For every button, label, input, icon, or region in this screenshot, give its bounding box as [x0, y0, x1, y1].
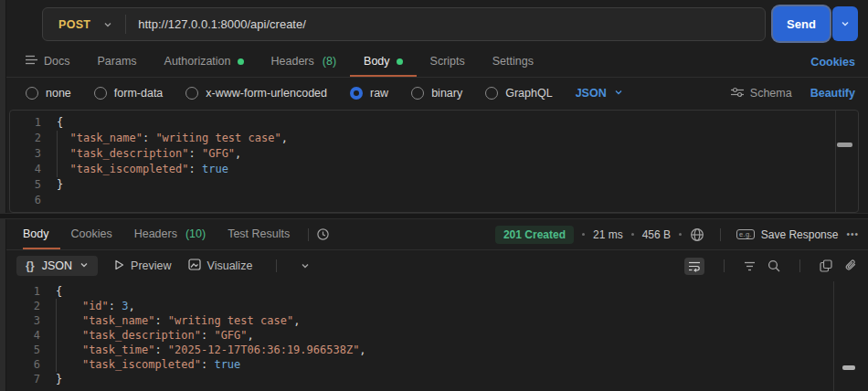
code-line: 1{	[9, 284, 859, 299]
mode-raw[interactable]: raw	[350, 87, 388, 100]
scrollbar-thumb[interactable]	[842, 365, 855, 370]
scrollbar-track	[835, 111, 836, 212]
visualize-button[interactable]: Visualize	[188, 259, 253, 273]
response-meta: 201 Created 21 ms 456 B e.g. Save Respon…	[495, 219, 859, 249]
line-number: 1	[10, 115, 41, 131]
copy-icon[interactable]	[820, 259, 832, 272]
code-line: 3 "task_name": "writing test case",	[9, 313, 859, 328]
wrap-text-icon[interactable]	[684, 258, 704, 275]
code-line: 4 "task_description": "GFG",	[9, 328, 859, 343]
line-number: 2	[9, 299, 40, 313]
divider	[799, 259, 800, 272]
save-example-icon: e.g.	[736, 229, 755, 240]
code-line: 5}	[10, 177, 858, 193]
code-line: 6 "task_iscompleted": true	[9, 357, 859, 372]
tab-headers[interactable]: Headers (8)	[258, 48, 351, 77]
line-number: 7	[9, 372, 40, 386]
mode-none[interactable]: none	[26, 87, 71, 100]
dot-separator	[582, 233, 585, 236]
search-icon[interactable]	[767, 259, 780, 272]
line-number: 5	[9, 343, 40, 357]
response-time[interactable]: 21 ms	[593, 228, 623, 241]
line-number: 4	[10, 162, 41, 177]
cookies-link[interactable]: Cookies	[810, 48, 855, 77]
left-edge-strip	[0, 0, 6, 391]
status-badge[interactable]: 201 Created	[495, 226, 574, 244]
scrollbar-thumb[interactable]	[837, 143, 852, 147]
beautify-button[interactable]: Beautify	[810, 87, 855, 100]
code-text: "task_description": "GFG",	[57, 146, 241, 162]
response-tab-cookies[interactable]: Cookies	[60, 219, 123, 249]
radio-icon	[94, 87, 107, 100]
filter-icon[interactable]	[744, 261, 756, 271]
tab-body[interactable]: Body	[350, 48, 417, 77]
tab-scripts[interactable]: Scripts	[417, 48, 479, 77]
save-response-button[interactable]: e.g. Save Response	[736, 228, 838, 241]
code-text: "task_iscompleted": true	[56, 357, 240, 372]
mode-binary[interactable]: binary	[411, 87, 462, 100]
sliders-icon	[731, 87, 744, 100]
tab-docs[interactable]: Docs	[26, 48, 83, 77]
viewer-chevron-icon[interactable]	[301, 261, 310, 270]
code-line: 3 "task_description": "GFG",	[10, 146, 858, 162]
tab-authorization[interactable]: Authorization	[151, 48, 258, 77]
mode-urlencoded[interactable]: x-www-form-urlencoded	[185, 87, 327, 100]
chevron-down-icon	[841, 16, 850, 32]
tab-params[interactable]: Params	[83, 48, 150, 77]
line-number: 4	[9, 328, 40, 343]
url-bar: POST http://127.0.0.1:8000/api/create/	[42, 7, 766, 41]
response-tab-body[interactable]: Body	[23, 219, 60, 249]
code-line: 5 "task_time": "2025-12-17T06:36:19.9665…	[9, 343, 859, 357]
dot-separator	[631, 233, 634, 236]
code-line: 4 "task_iscompleted": true	[10, 162, 858, 177]
code-text: {	[56, 284, 62, 299]
url-input[interactable]: http://127.0.0.1:8000/api/create/	[126, 17, 306, 31]
headers-count: (8)	[323, 55, 336, 68]
body-mode-actions: Schema Beautify	[731, 79, 855, 108]
radio-icon	[185, 87, 198, 100]
json-braces-icon: {}	[26, 259, 35, 272]
radio-icon	[411, 87, 424, 100]
divider	[276, 259, 277, 272]
response-tab-test-results[interactable]: Test Results	[217, 219, 301, 249]
response-toolbar-icons	[684, 251, 857, 280]
chevron-down-icon	[103, 16, 112, 33]
line-number: 1	[9, 284, 40, 299]
link-icon[interactable]	[844, 259, 857, 272]
code-text: "task_iscompleted": true	[57, 162, 228, 177]
divider	[308, 228, 309, 241]
status-dot	[397, 58, 403, 65]
request-tabs: Docs Params Authorization Headers (8) Bo…	[6, 48, 868, 78]
tab-settings[interactable]: Settings	[479, 48, 547, 77]
language-selector[interactable]: JSON	[576, 87, 623, 100]
history-icon[interactable]	[316, 219, 330, 249]
response-size[interactable]: 456 B	[642, 228, 671, 241]
divider	[720, 228, 721, 241]
mode-graphql[interactable]: GraphQL	[485, 87, 552, 100]
line-number: 5	[10, 177, 41, 193]
code-line: 6	[10, 193, 858, 208]
status-dot	[238, 58, 244, 65]
schema-button[interactable]: Schema	[731, 87, 792, 100]
response-body-viewer[interactable]: 1{2 "id": 3,3 "task_name": "writing test…	[9, 281, 859, 391]
globe-icon[interactable]	[690, 227, 704, 242]
docs-icon	[26, 55, 37, 68]
request-body-editor[interactable]: 1{2 "task_name": "writing test case",3 "…	[9, 110, 859, 213]
radio-icon	[26, 87, 38, 100]
headers-count: (10)	[185, 227, 206, 240]
scrollbar-track	[833, 281, 834, 391]
mode-form-data[interactable]: form-data	[94, 87, 164, 100]
send-options-button[interactable]	[832, 6, 858, 41]
response-format-selector[interactable]: {} JSON	[16, 256, 98, 276]
pane-splitter[interactable]	[0, 213, 868, 219]
method-selector[interactable]: POST	[43, 16, 125, 33]
code-line: 7}	[9, 372, 859, 386]
more-actions-icon[interactable]: •••	[846, 229, 859, 239]
preview-button[interactable]: Preview	[114, 259, 171, 273]
code-text: "task_name": "writing test case",	[57, 131, 288, 146]
divider	[724, 259, 725, 272]
code-line: 2 "id": 3,	[9, 299, 859, 313]
send-button[interactable]: Send	[773, 6, 830, 41]
response-tab-headers[interactable]: Headers (10)	[123, 219, 217, 249]
request-editor-lines: 1{2 "task_name": "writing test case",3 "…	[10, 115, 858, 208]
